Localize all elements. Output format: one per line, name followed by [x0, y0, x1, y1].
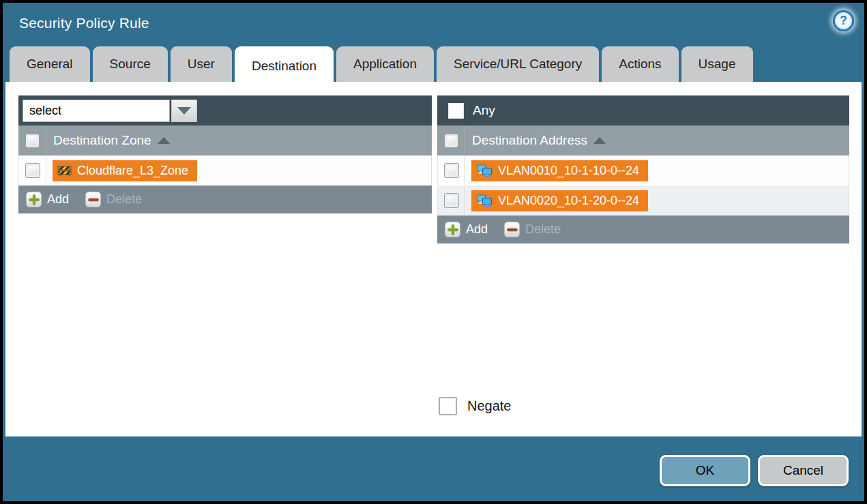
any-checkbox[interactable] — [448, 103, 464, 119]
address-row-checkbox[interactable] — [444, 163, 459, 178]
zone-add-button[interactable]: Add — [26, 192, 69, 207]
address-row-checkbox-cell — [438, 155, 465, 186]
cancel-button[interactable]: Cancel — [758, 455, 849, 486]
zone-column-title[interactable]: Destination Zone — [53, 133, 151, 148]
destination-address-panel: Any Destination Address — [437, 95, 849, 243]
address-row-checkbox-cell — [438, 186, 465, 216]
zone-icon — [57, 165, 72, 177]
address-row-checkbox[interactable] — [444, 193, 459, 208]
address-add-label: Add — [466, 222, 488, 237]
security-policy-rule-dialog: Security Policy Rule ? General Source Us… — [3, 3, 864, 501]
zone-select-input[interactable] — [23, 100, 170, 122]
help-icon[interactable]: ? — [833, 10, 854, 31]
zone-footer-bar: Add Delete — [18, 186, 432, 213]
zone-name: Cloudflare_L3_Zone — [77, 164, 188, 178]
negate-label: Negate — [467, 398, 512, 414]
chevron-down-icon — [177, 107, 191, 115]
address-column-title[interactable]: Destination Address — [472, 133, 587, 148]
address-footer-bar: Add Delete — [437, 216, 849, 243]
address-chip[interactable]: VLAN0020_10-1-20-0--24 — [471, 190, 648, 211]
address-delete-label: Delete — [525, 222, 561, 237]
zone-column-header: Destination Zone — [18, 125, 432, 155]
negate-checkbox[interactable] — [439, 397, 457, 415]
tab-service-url-category[interactable]: Service/URL Category — [437, 46, 599, 82]
tab-usage[interactable]: Usage — [681, 46, 753, 82]
dialog-footer: OK Cancel — [660, 455, 849, 486]
tab-bar: General Source User Destination Applicat… — [10, 46, 753, 85]
address-delete-button[interactable]: Delete — [504, 222, 561, 237]
address-select-all-checkbox[interactable] — [444, 134, 458, 148]
zone-row-checkbox-cell — [19, 155, 46, 186]
add-icon — [445, 222, 460, 237]
address-icon — [476, 164, 493, 177]
address-name: VLAN0020_10-1-20-0--24 — [498, 194, 639, 208]
sort-asc-icon[interactable] — [593, 137, 606, 144]
any-label: Any — [473, 103, 495, 118]
negate-control: Negate — [439, 397, 512, 415]
zone-add-label: Add — [47, 192, 69, 207]
address-add-button[interactable]: Add — [445, 222, 488, 237]
zone-select-dropdown-button[interactable] — [171, 100, 197, 122]
add-icon — [26, 192, 42, 207]
zone-delete-label: Delete — [106, 192, 142, 207]
address-any-bar: Any — [437, 95, 849, 125]
address-column-header: Destination Address — [437, 125, 849, 155]
ok-button[interactable]: OK — [660, 455, 750, 486]
address-row[interactable]: VLAN0020_10-1-20-0--24 — [438, 186, 849, 216]
address-name: VLAN0010_10-1-10-0--24 — [498, 164, 639, 178]
address-chip[interactable]: VLAN0010_10-1-10-0--24 — [471, 160, 648, 181]
destination-tab-content: Destination Zone — [5, 82, 862, 436]
zone-select-all-cell — [18, 125, 46, 155]
zone-list: Cloudflare_L3_Zone — [18, 155, 432, 186]
tab-destination[interactable]: Destination — [235, 46, 334, 85]
address-icon — [476, 194, 493, 207]
zone-row[interactable]: Cloudflare_L3_Zone — [19, 155, 431, 186]
address-row[interactable]: VLAN0010_10-1-10-0--24 — [438, 155, 849, 186]
zone-chip[interactable]: Cloudflare_L3_Zone — [53, 160, 197, 181]
zone-row-checkbox[interactable] — [25, 163, 40, 178]
tab-source[interactable]: Source — [93, 46, 168, 82]
destination-zone-panel: Destination Zone — [18, 95, 432, 213]
address-list: VLAN0010_10-1-10-0--24 — [437, 155, 849, 216]
tab-general[interactable]: General — [10, 46, 90, 82]
delete-icon — [85, 192, 101, 207]
dialog-title: Security Policy Rule — [19, 15, 149, 31]
tab-actions[interactable]: Actions — [602, 46, 678, 82]
address-select-all-cell — [437, 125, 465, 155]
zone-delete-button[interactable]: Delete — [85, 192, 142, 207]
delete-icon — [504, 222, 520, 237]
zone-select-all-checkbox[interactable] — [25, 134, 40, 148]
zone-filter-bar — [18, 95, 432, 125]
tab-user[interactable]: User — [171, 46, 232, 82]
sort-asc-icon[interactable] — [158, 137, 170, 144]
tab-application[interactable]: Application — [336, 46, 434, 82]
